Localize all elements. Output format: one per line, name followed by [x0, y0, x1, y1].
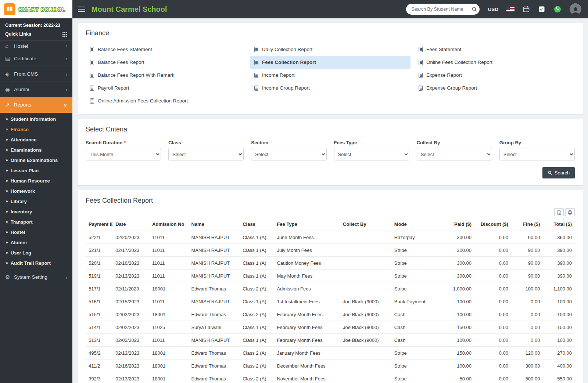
export-icon[interactable]	[554, 208, 564, 216]
submenu-item-label: Online Examinations	[11, 158, 58, 163]
report-link-online-fees-collection-report[interactable]: Online Fees Collection Report	[414, 56, 575, 69]
print-icon[interactable]	[565, 208, 575, 216]
cell-name: MANISH RAJPUT	[188, 334, 240, 347]
column-header-date: Date	[112, 218, 149, 231]
column-header-paid: Paid ($)	[440, 218, 474, 231]
double-arrow-icon: »	[6, 147, 8, 152]
sidebar-item-alumni[interactable]: ◉Alumni‹	[0, 82, 72, 97]
report-link-payroll-report[interactable]: Payroll Report	[86, 82, 246, 94]
cell-admission-no: 11025	[149, 321, 188, 334]
sidebar-item-reports[interactable]: ↗Reports∨	[0, 97, 72, 113]
submenu-item-online-examinations[interactable]: »Online Examinations	[0, 155, 72, 165]
task-check-icon[interactable]	[538, 6, 545, 13]
section-select[interactable]: Select	[251, 148, 326, 160]
table-row: 522/102/20/202311011MANISH RAJPUTClass 1…	[86, 231, 575, 244]
cell-collect-by	[340, 282, 391, 295]
quick-links[interactable]: Quick Links	[0, 29, 72, 41]
cell-total: 390.00	[543, 257, 575, 270]
submenu-item-inventory[interactable]: »Inventory	[0, 206, 72, 217]
sidebar-item-label: Reports	[14, 102, 31, 108]
submenu-item-transport[interactable]: »Transport	[0, 217, 72, 227]
cell-fee-type: February Month Fees	[274, 321, 340, 334]
report-link-fees-collection-report[interactable]: Fees Collection Report	[250, 56, 410, 69]
submenu-item-alumni[interactable]: »Alumni	[0, 237, 72, 247]
search-input[interactable]	[411, 7, 472, 12]
report-link-income-group-report[interactable]: Income Group Report	[250, 82, 410, 94]
search-icon[interactable]	[472, 6, 477, 12]
collect-by-select[interactable]: Select	[417, 148, 492, 160]
reports-submenu: »Student Information»Finance»Attendance»…	[0, 113, 72, 270]
us-flag-icon[interactable]	[506, 7, 514, 12]
cell-payment-id: 519/1	[86, 270, 112, 282]
chevron-down-icon: ∨	[64, 102, 67, 108]
calendar-icon[interactable]	[523, 6, 530, 13]
report-link-expense-report[interactable]: Expense Report	[414, 69, 575, 82]
fees-table-body: 522/102/20/202311011MANISH RAJPUTClass 1…	[86, 231, 575, 383]
cell-total: 150.00	[543, 321, 575, 334]
hamburger-menu-icon[interactable]	[78, 7, 85, 12]
group-by-select[interactable]: Select	[499, 148, 575, 160]
submenu-item-student-information[interactable]: »Student Information	[0, 114, 72, 124]
report-link-daily-collection-report[interactable]: Daily Collection Report	[250, 43, 410, 56]
double-arrow-icon: »	[6, 127, 8, 132]
cell-fine: 0.00	[511, 334, 543, 347]
cell-name: Edward Thomas	[188, 359, 240, 372]
submenu-item-human-resource[interactable]: »Human Resource	[0, 176, 72, 186]
submenu-item-homework[interactable]: »Homework	[0, 186, 72, 196]
report-link-fees-statement[interactable]: Fees Statement	[414, 43, 575, 56]
cell-class: Class 1 (A)	[240, 334, 274, 347]
submenu-item-audit-trail-report[interactable]: »Audit Trail Report	[0, 258, 72, 268]
cell-total: 1,100.00	[543, 282, 575, 295]
report-link-online-admission-fees-collection-report[interactable]: Online Admission Fees Collection Report	[86, 94, 246, 107]
school-title: Mount Carmel School	[92, 5, 167, 14]
submenu-item-lesson-plan[interactable]: »Lesson Plan	[0, 165, 72, 176]
sidebar-item-hostel[interactable]: ⌂Hostel‹	[0, 41, 72, 51]
finance-links-column: Fees StatementOnline Fees Collection Rep…	[414, 43, 575, 107]
cell-collect-by	[340, 257, 391, 270]
report-link-expense-group-report[interactable]: Expense Group Report	[414, 82, 575, 94]
report-link-income-report[interactable]: Income Report	[250, 69, 410, 82]
criteria-fields: Search Duration *This MonthClassSelectSe…	[86, 140, 575, 160]
currency-selector[interactable]: USD	[488, 7, 498, 12]
submenu-item-attendance[interactable]: »Attendance	[0, 134, 72, 145]
field-label: Collect By	[417, 140, 492, 145]
fees-type-select[interactable]: Select	[334, 148, 409, 160]
table-row: 515/102/02/202318001Edward ThomasClass 2…	[86, 308, 575, 321]
user-avatar[interactable]	[570, 3, 581, 15]
cell-total: 100.00	[543, 308, 575, 321]
brand-logo[interactable]: SMART SCHOOL	[0, 0, 72, 18]
cell-discount: 0.00	[474, 282, 511, 295]
submenu-item-label: User Log	[11, 250, 31, 256]
column-header-class: Class	[240, 218, 274, 231]
submenu-item-user-log[interactable]: »User Log	[0, 247, 72, 258]
double-arrow-icon: »	[6, 199, 8, 204]
submenu-item-library[interactable]: »Library	[0, 196, 72, 206]
search-duration-select[interactable]: This Month	[86, 148, 161, 160]
cell-name: Edward Thomas	[188, 282, 240, 295]
criteria-card: Select Criteria Search Duration *This Mo…	[78, 119, 583, 185]
submenu-item-hostel[interactable]: »Hostel	[0, 227, 72, 237]
class-select[interactable]: Select	[168, 148, 244, 160]
sidebar-item-certificate[interactable]: ▤Certificate‹	[0, 51, 72, 66]
field-section: SectionSelect	[251, 140, 326, 160]
document-icon	[254, 60, 258, 65]
cell-collect-by	[340, 372, 391, 383]
table-row: 495/202/13/202318001Edward ThomasClass 2…	[86, 347, 575, 359]
settings-icon: ⚙	[5, 274, 14, 281]
sidebar-item-front-cms[interactable]: ◈Front CMS‹	[0, 66, 72, 82]
cell-fee-type: November Month Fees	[274, 372, 340, 383]
report-link-balance-fees-statement[interactable]: Balance Fees Statement	[86, 43, 246, 56]
cell-date: 02/13/2023	[112, 270, 149, 282]
sidebar: Current Session: 2022-23 Quick Links ⌂Ho…	[0, 18, 72, 383]
cell-fine: 60.00	[511, 231, 543, 244]
topbar: SMART SCHOOL Mount Carmel School USD	[0, 0, 588, 18]
search-button[interactable]: Search	[542, 167, 575, 178]
submenu-item-finance[interactable]: »Finance	[0, 124, 72, 134]
report-link-balance-fees-report-with-remark[interactable]: Balance Fees Report With Remark	[86, 69, 246, 82]
submenu-item-examinations[interactable]: »Examinations	[0, 145, 72, 155]
report-link-balance-fees-report[interactable]: Balance Fees Report	[86, 56, 246, 69]
sidebar-item-system-setting[interactable]: ⚙System Setting‹	[0, 270, 72, 285]
cell-fine: 500.00	[511, 372, 543, 383]
whatsapp-icon[interactable]	[553, 5, 562, 13]
cell-payment-id: 514/1	[86, 321, 112, 334]
